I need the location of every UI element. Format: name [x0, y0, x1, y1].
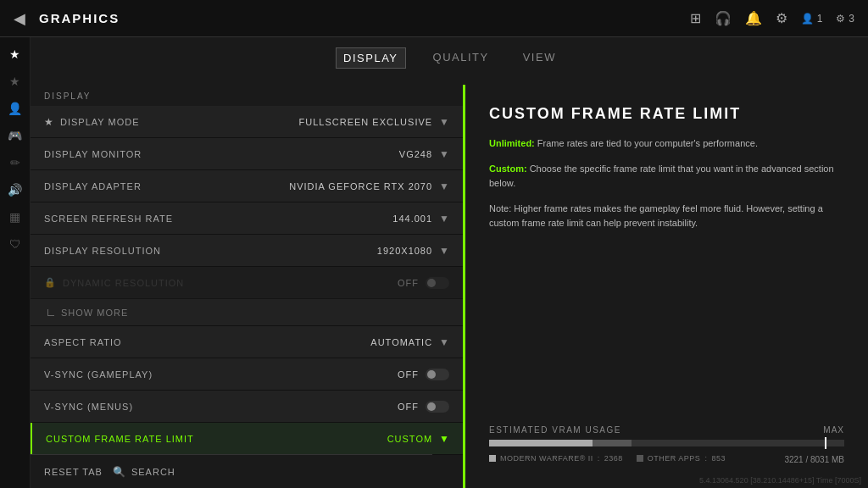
tab-quality[interactable]: QUALITY [426, 47, 496, 69]
legend-mw-value: 2368 [604, 454, 623, 463]
side-shield-icon[interactable]: 🛡 [9, 237, 21, 251]
info-custom-label: Custom: [489, 164, 527, 174]
reset-tab-button[interactable]: RESET TAB [44, 467, 103, 477]
side-controller-icon[interactable]: 🎮 [8, 129, 22, 142]
setting-value-vsync-menus: OFF [398, 402, 419, 412]
legend-item-other: OTHER APPS : 853 [637, 454, 726, 463]
setting-row-display-adapter[interactable]: DISPLAY ADAPTER NVIDIA GEFORCE RTX 2070 … [31, 170, 463, 202]
page-title: GRAPHICS [39, 11, 120, 25]
setting-row-vsync-menus[interactable]: V-SYNC (MENUS) OFF [31, 391, 463, 423]
legend-other-label: OTHER APPS [648, 454, 701, 463]
player-badge: 👤 1 [801, 13, 823, 25]
chevron-icon-aspect-ratio: ▼ [439, 336, 449, 348]
left-panel: DISPLAY ★ DISPLAY MODE FULLSCREEN EXCLUS… [31, 85, 463, 488]
chevron-icon-display-resolution: ▼ [439, 245, 449, 257]
toggle-vsync-gameplay[interactable] [426, 369, 449, 380]
chevron-icon-display-mode: ▼ [439, 116, 449, 128]
legend-other-value: 853 [711, 454, 726, 463]
search-button[interactable]: 🔍 SEARCH [113, 466, 175, 478]
info-title: CUSTOM FRAME RATE LIMIT [489, 105, 844, 123]
setting-value-display-adapter: NVIDIA GEFORCE RTX 2070 [289, 181, 432, 191]
setting-row-dynamic-resolution: 🔒 DYNAMIC RESOLUTION OFF [31, 267, 463, 299]
team-icon: ⚙ [836, 13, 845, 25]
reset-label: RESET TAB [44, 467, 103, 477]
setting-name-display-mode: DISPLAY MODE [60, 117, 299, 127]
toggle-vsync-menus[interactable] [426, 401, 449, 413]
vram-max-label: MAX [823, 425, 844, 435]
version-text: 5.4.13064.520 [38.210.14486+15] Time [70… [699, 476, 861, 485]
bell-icon[interactable]: 🔔 [745, 10, 762, 26]
info-note-prefix: Note: [489, 203, 511, 214]
player-count: 1 [817, 13, 823, 25]
setting-value-dynamic-resolution: OFF [398, 278, 419, 288]
back-button[interactable]: ◀ [14, 9, 25, 28]
tab-view[interactable]: VIEW [516, 47, 563, 69]
setting-row-custom-frame-rate[interactable]: CUSTOM FRAME RATE LIMIT CUSTOM ▼ [31, 423, 463, 455]
info-note-desc: Higher frame rates makes the gameplay fe… [489, 203, 823, 229]
setting-name-display-resolution: DISPLAY RESOLUTION [44, 246, 377, 256]
toggle-dynamic-resolution [426, 277, 449, 289]
legend-other-colon: : [704, 454, 707, 463]
star-icon-display-mode: ★ [44, 116, 53, 128]
bottom-bar: RESET TAB 🔍 SEARCH [31, 454, 432, 488]
top-bar-right: ⊞ 🎧 🔔 ⚙ 👤 1 ⚙ 3 [690, 10, 854, 26]
tabs-area: DISPLAY QUALITY VIEW [31, 37, 868, 75]
setting-value-custom-frame-rate: CUSTOM [387, 434, 432, 444]
top-bar-left: ◀ GRAPHICS [14, 9, 120, 28]
setting-value-display-resolution: 1920X1080 [377, 246, 432, 256]
vram-bar-mw [489, 440, 593, 446]
setting-name-aspect-ratio: ASPECT RATIO [44, 337, 370, 347]
info-custom-desc: Choose the specific frame rate limit tha… [489, 164, 834, 189]
team-count: 3 [849, 13, 854, 25]
settings-icon[interactable]: ⚙ [776, 10, 787, 26]
team-badge: ⚙ 3 [836, 13, 854, 25]
legend-mw-label: MODERN WARFARE® II [500, 454, 593, 463]
lock-icon-dynamic-resolution: 🔒 [44, 277, 56, 288]
legend-item-mw: MODERN WARFARE® II : 2368 [489, 454, 623, 463]
setting-value-display-mode: FULLSCREEN EXCLUSIVE [299, 117, 433, 127]
side-person-icon[interactable]: 👤 [8, 102, 22, 115]
setting-row-display-monitor[interactable]: DISPLAY MONITOR VG248 ▼ [31, 138, 463, 170]
setting-name-screen-refresh-rate: SCREEN REFRESH RATE [44, 214, 392, 224]
setting-name-vsync-menus: V-SYNC (MENUS) [44, 402, 398, 412]
side-pencil-icon[interactable]: ✏ [10, 156, 20, 169]
vram-bar [489, 440, 844, 446]
info-unlimited-label: Unlimited: [489, 138, 535, 148]
info-unlimited-desc: Frame rates are tied to your computer's … [537, 138, 758, 148]
setting-row-display-resolution[interactable]: DISPLAY RESOLUTION 1920X1080 ▼ [31, 235, 463, 267]
setting-value-vsync-gameplay: OFF [398, 369, 419, 380]
vram-bar-other [593, 440, 632, 446]
setting-name-display-adapter: DISPLAY ADAPTER [44, 181, 289, 191]
side-grid-icon[interactable]: ▦ [9, 210, 20, 224]
setting-value-screen-refresh-rate: 144.001 [392, 214, 432, 224]
setting-row-screen-refresh-rate[interactable]: SCREEN REFRESH RATE 144.001 ▼ [31, 202, 463, 235]
chevron-icon-display-adapter: ▼ [439, 180, 449, 192]
chevron-icon-screen-refresh-rate: ▼ [439, 213, 449, 225]
show-more-button[interactable]: SHOW MORE [31, 299, 463, 326]
tab-display[interactable]: DISPLAY [336, 47, 405, 69]
top-bar: ◀ GRAPHICS ⊞ 🎧 🔔 ⚙ 👤 1 ⚙ 3 [0, 0, 868, 37]
search-label: SEARCH [131, 467, 175, 477]
player-icon: 👤 [801, 13, 814, 25]
grid-icon[interactable]: ⊞ [690, 10, 701, 26]
setting-name-vsync-gameplay: V-SYNC (GAMEPLAY) [44, 369, 398, 380]
chevron-icon-custom-frame-rate: ▼ [439, 433, 449, 445]
side-star-icon[interactable]: ★ [9, 75, 20, 88]
headset-icon[interactable]: 🎧 [715, 10, 732, 26]
section-label-display: DISPLAY [31, 85, 463, 106]
legend-mw-colon: : [598, 454, 600, 463]
vram-legend: MODERN WARFARE® II : 2368 OTHER APPS : 8… [489, 452, 844, 464]
vram-header: ESTIMATED VRAM USAGE MAX [489, 425, 844, 435]
legend-dot-other [637, 455, 643, 462]
side-home-icon[interactable]: ★ [9, 47, 20, 61]
setting-row-aspect-ratio[interactable]: ASPECT RATIO AUTOMATIC ▼ [31, 326, 463, 358]
setting-row-vsync-gameplay[interactable]: V-SYNC (GAMEPLAY) OFF [31, 358, 463, 391]
side-speaker-icon[interactable]: 🔊 [8, 183, 22, 197]
side-icon-bar: ★ ★ 👤 🎮 ✏ 🔊 ▦ 🛡 [0, 37, 31, 488]
setting-value-aspect-ratio: AUTOMATIC [370, 337, 432, 347]
setting-name-display-monitor: DISPLAY MONITOR [44, 149, 399, 159]
setting-row-display-mode[interactable]: ★ DISPLAY MODE FULLSCREEN EXCLUSIVE ▼ [31, 106, 463, 138]
setting-name-custom-frame-rate: CUSTOM FRAME RATE LIMIT [46, 434, 387, 444]
chevron-icon-display-monitor: ▼ [439, 148, 449, 160]
vram-label: ESTIMATED VRAM USAGE [489, 425, 621, 435]
